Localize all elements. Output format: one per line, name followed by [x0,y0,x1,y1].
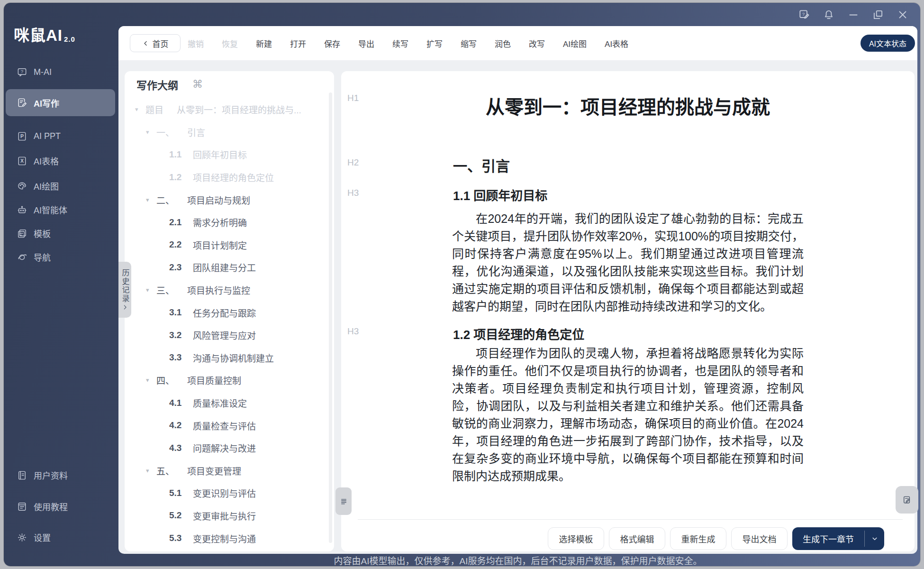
outline-row[interactable]: 5.3变更控制与沟通 [125,527,327,550]
close-button[interactable] [897,9,909,21]
toolbar-ai-table[interactable]: AI表格 [605,37,628,49]
outline-row[interactable]: ▾三、项目执行与监控 [125,279,327,302]
subsection-heading[interactable]: 1.2 项目经理的角色定位 [453,325,584,342]
caret-down-icon[interactable]: ▾ [146,286,156,294]
outline-row[interactable]: 5.1变更识别与评估 [125,482,327,505]
outline-row-title: 引言 [187,126,205,138]
toolbar-new[interactable]: 新建 [256,37,272,49]
caret-down-icon[interactable]: ▾ [146,376,156,384]
outline-row-number: 3.1 [169,307,193,318]
heading-level-label: H3 [347,188,368,198]
history-tab[interactable]: 历史记录 [118,262,131,318]
app-logo: 咪鼠AI2.0 [14,23,75,46]
sidebar-item-ai-ppt[interactable]: PAI PPT [6,126,115,147]
outline-row-title: 项目经理的角色定位 [193,171,274,184]
generate-next-chapter-button[interactable]: 生成下一章节 [792,527,884,550]
main-container: 首页 撤销恢复新建打开保存导出续写扩写缩写润色改写AI绘图AI表格 AI文本状态… [118,26,917,554]
outline-row-number: 3.2 [169,330,193,340]
sidebar-item-ai-drawing[interactable]: AI绘图 [6,175,115,196]
sidebar-item-m-ai[interactable]: ?M-AI [6,62,115,83]
command-icon[interactable]: ⌘ [192,78,203,91]
outline-row-title: 从零到一：项目经理的挑战与... [177,103,301,116]
outline-row[interactable]: 5.2变更审批与执行 [125,505,327,527]
outline-row[interactable]: ▾五、项目变更管理 [125,459,327,482]
ai-text-status-badge[interactable]: AI文本状态 [861,35,915,52]
minimize-button[interactable] [847,9,860,21]
paragraph[interactable]: 项目经理作为团队的灵魂人物，承担着将战略愿景转化为实际操作的重任。他们不仅是项目… [452,345,804,485]
generate-options-dropdown[interactable] [865,534,884,543]
sidebar-item-ai-writing[interactable]: AI写作 [6,89,115,116]
sidebar-item-ai-table[interactable]: XAI表格 [6,150,115,171]
outline-row-title: 质量检查与评估 [193,419,256,432]
toolbar-shorten-write[interactable]: 缩写 [461,37,477,49]
caret-down-icon[interactable]: ▾ [135,106,145,113]
sidebar-item-ai-agent[interactable]: AI智能体 [6,199,115,220]
toolbar-save[interactable]: 保存 [324,37,340,49]
toolbar-open[interactable]: 打开 [290,37,306,49]
toolbar-rewrite[interactable]: 改写 [529,37,545,49]
outline-row[interactable]: 1.2项目经理的角色定位 [125,166,327,189]
outline-row-title: 沟通与协调机制建立 [193,351,274,364]
toolbar-continue-write[interactable]: 续写 [392,37,408,49]
outline-toggle-tab[interactable] [335,487,352,515]
outline-row[interactable]: ▾二、项目启动与规划 [125,188,327,211]
feedback-button[interactable]: ? [798,9,810,21]
status-bar: 内容由AI模型输出，仅供参考，AI服务均在国内，后台不记录用户数据，保护用户数据… [118,556,917,566]
outline-row[interactable]: 4.3问题解决与改进 [125,437,327,459]
outline-row[interactable]: 1.1回顾年初目标 [125,143,327,166]
outline-scrollbar[interactable] [329,92,332,543]
heading-level-label: H2 [347,157,368,168]
outline-row[interactable]: ▾四、项目质量控制 [125,369,327,392]
toolbar-export[interactable]: 导出 [358,37,374,49]
document-title[interactable]: 从零到一：项目经理的挑战与成就 [341,92,915,119]
outline-row[interactable]: 3.3沟通与协调机制建立 [125,347,327,369]
outline-row-number: 5.3 [169,533,193,543]
outline-row-number: 2.3 [169,262,193,273]
sidebar-item-label: AI写作 [34,97,59,109]
outline-row[interactable]: 3.2风险管理与应对 [125,324,327,347]
sidebar-item-label: 导航 [34,251,51,263]
export-doc-button[interactable]: 导出文档 [731,527,788,550]
sidebar-item-templates[interactable]: 模板 [6,223,115,244]
outline-row-title: 风险管理与应对 [193,329,256,341]
caret-down-icon[interactable]: ▾ [146,467,156,474]
maximize-icon [872,9,884,21]
outline-row[interactable]: 4.1质量标准设定 [125,392,327,414]
subsection-heading[interactable]: 1.1 回顾年初目标 [453,186,547,203]
bell-button[interactable] [823,9,835,21]
caret-down-icon[interactable]: ▾ [146,196,156,203]
outline-row[interactable]: 2.3团队组建与分工 [125,256,327,279]
paragraph[interactable]: 在2024年的开端，我们的团队设定了雄心勃勃的目标：完成五个关键项目，提升团队协… [452,210,804,315]
format-edit-button[interactable]: 格式编辑 [609,527,665,550]
outline-row-number: 三、 [156,284,187,296]
outline-row[interactable]: ▾一、引言 [125,121,327,144]
sidebar-item-user-profile[interactable]: 用户资料 [6,465,115,486]
toolbar-expand-write[interactable]: 扩写 [426,37,443,49]
sidebar-item-navigation[interactable]: 导航 [6,247,115,267]
toolbar-menu: 撤销恢复新建打开保存导出续写扩写缩写润色改写AI绘图AI表格 [188,26,628,60]
sidebar-item-settings[interactable]: 设置 [6,527,115,548]
outline-row[interactable]: ▾题目从零到一：项目经理的挑战与... [125,98,327,121]
sidebar-item-tutorial[interactable]: 使用教程 [6,496,115,517]
titlebar-icons: ? [798,9,909,21]
section-heading[interactable]: 一、引言 [453,155,510,175]
profile-icon [17,470,27,481]
toolbar-ai-draw[interactable]: AI绘图 [563,37,587,49]
outline-row[interactable]: 2.1需求分析明确 [125,211,327,234]
outline-row[interactable]: 4.2质量检查与评估 [125,414,327,437]
minimize-icon [847,9,860,21]
outline-title: 写作大纲 [136,77,178,92]
caret-down-icon[interactable]: ▾ [146,128,156,136]
maximize-button[interactable] [872,9,884,21]
notes-tab[interactable] [896,486,918,514]
regenerate-button[interactable]: 重新生成 [670,527,726,550]
outline-row[interactable]: 3.1任务分配与跟踪 [125,301,327,324]
sidebar-item-label: AI PPT [34,131,61,141]
ai-text-status-label: AI文本状态 [869,37,906,49]
outline-row-title: 任务分配与跟踪 [193,306,256,319]
home-button[interactable]: 首页 [130,34,181,52]
select-template-button[interactable]: 选择模板 [548,527,604,550]
outline-row[interactable]: 2.2项目计划制定 [125,234,327,257]
toolbar-polish[interactable]: 润色 [495,37,511,49]
document-panel: H1从零到一：项目经理的挑战与成就H2一、引言H31.1 回顾年初目标在2024… [341,71,915,551]
